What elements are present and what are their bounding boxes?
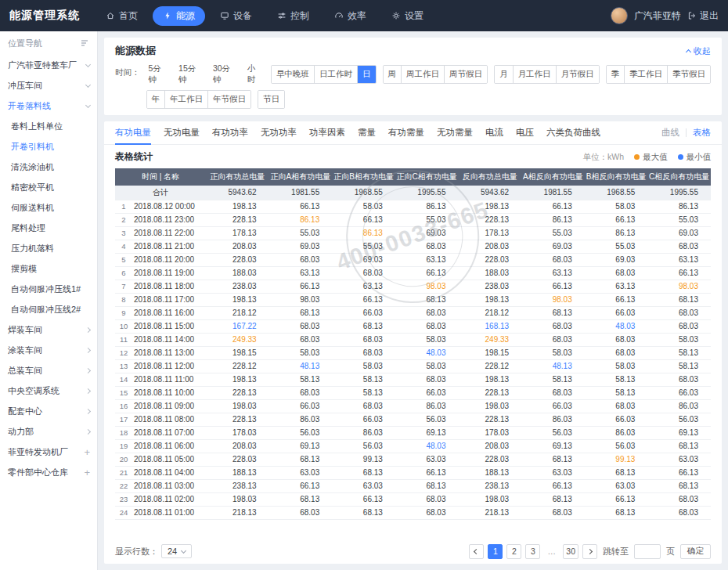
metric-tab[interactable]: 有功需量 xyxy=(388,121,424,144)
view-option-curve[interactable]: 曲线 xyxy=(661,127,679,139)
rows-per-page-select[interactable]: 24 xyxy=(161,544,192,558)
row-index: 14 xyxy=(115,373,132,386)
sidebar-item-label: 总装车间 xyxy=(8,365,42,377)
sidebar-item[interactable]: 菲亚特发动机厂+ xyxy=(0,442,97,462)
time-option[interactable]: 季 xyxy=(607,66,625,83)
table-header-row: 时间 | 名称正向有功总电量正向A相有功电量正向B相有功电量正向C相有功电量反向… xyxy=(115,168,711,186)
value-cell: 48.03 xyxy=(585,319,648,333)
time-option[interactable]: 早中晚班 xyxy=(272,66,314,83)
sidebar-item-label: 卷料上料单位 xyxy=(11,121,63,132)
nav-item-device[interactable]: 设备 xyxy=(210,6,262,26)
sidebar-item[interactable]: 焊装车间 xyxy=(0,319,97,340)
sidebar-item[interactable]: 开卷引料机 xyxy=(0,136,97,157)
tabs-bar: 有功电量无功电量有功功率无功功率功率因素需量有功需量无功需量电流电压六类负荷曲线… xyxy=(104,121,722,145)
nav-item-efficiency[interactable]: 效率 xyxy=(324,6,377,26)
sidebar-item[interactable]: 自动伺服冲压线1# xyxy=(0,279,97,299)
metric-tab[interactable]: 无功电量 xyxy=(164,121,200,144)
value-cell: 48.13 xyxy=(521,359,585,373)
sidebar-item[interactable]: 压力机落料 xyxy=(0,238,97,258)
value-cell: 86.13 xyxy=(521,213,585,226)
value-cell: 68.13 xyxy=(395,479,459,492)
next-page-button[interactable] xyxy=(582,544,597,559)
collapse-button[interactable]: 收起 xyxy=(687,45,711,57)
sidebar-item[interactable]: 清洗涂油机 xyxy=(0,157,97,177)
value-cell: 228.13 xyxy=(459,386,522,399)
time-option[interactable]: 30分钟 xyxy=(211,63,239,85)
sidebar-item[interactable]: 冲压车间 xyxy=(0,75,97,96)
row-time: 2018.08.11 06:00 xyxy=(132,439,206,453)
time-option[interactable]: 小时 xyxy=(245,63,265,85)
metric-tab[interactable]: 电压 xyxy=(516,121,534,144)
statistics-table: 时间 | 名称正向有功总电量正向A相有功电量正向B相有功电量正向C相有功电量反向… xyxy=(115,168,711,520)
value-cell: 68.13 xyxy=(647,293,711,306)
sidebar-item[interactable]: 涂装车间 xyxy=(0,340,97,360)
page-button[interactable]: 3 xyxy=(525,544,540,559)
time-option[interactable]: 周工作日 xyxy=(401,66,444,83)
row-time: 2018.08.11 03:00 xyxy=(132,479,206,492)
page-button[interactable]: 1 xyxy=(488,544,503,559)
sidebar-item[interactable]: 精密校平机 xyxy=(0,177,97,197)
time-option[interactable]: 日工作时 xyxy=(314,66,357,83)
nav-item-energy[interactable]: 能源 xyxy=(153,6,205,26)
table-row: 62018.08.11 19:00188.0363.1368.0366.1318… xyxy=(115,266,711,280)
value-cell: 58.03 xyxy=(647,333,711,346)
total-cell: 1968.55 xyxy=(332,186,395,200)
sidebar-item[interactable]: 配套中心 xyxy=(0,401,97,421)
value-cell: 249.33 xyxy=(459,333,522,346)
view-option-table[interactable]: 表格 xyxy=(693,127,711,139)
metric-tab[interactable]: 六类负荷曲线 xyxy=(546,121,600,144)
page-button[interactable]: 2 xyxy=(506,544,521,559)
sidebar-item[interactable]: 尾料处理 xyxy=(0,218,97,238)
sidebar-item[interactable]: 卷料上料单位 xyxy=(0,116,97,136)
metric-tab[interactable]: 无功需量 xyxy=(437,121,473,144)
tree-collapse-icon[interactable] xyxy=(80,38,89,48)
time-option[interactable]: 年工作日 xyxy=(164,91,207,108)
time-option[interactable]: 5分钟 xyxy=(146,63,171,85)
jump-page-input[interactable] xyxy=(634,544,661,559)
time-option[interactable]: 月工作日 xyxy=(513,66,556,83)
time-option[interactable]: 15分钟 xyxy=(176,63,204,85)
nav-item-settings[interactable]: 设置 xyxy=(381,6,434,26)
time-option[interactable]: 日 xyxy=(357,66,376,83)
sidebar-item[interactable]: 总装车间 xyxy=(0,360,97,381)
prev-page-button[interactable] xyxy=(469,544,484,559)
time-option[interactable]: 季节假日 xyxy=(667,66,710,83)
value-cell: 228.13 xyxy=(206,213,269,226)
metric-tabs: 有功电量无功电量有功功率无功功率功率因素需量有功需量无功需量电流电压六类负荷曲线 xyxy=(115,121,600,144)
time-option[interactable]: 周 xyxy=(384,66,402,83)
value-cell: 68.03 xyxy=(521,506,585,519)
nav-item-home[interactable]: 首页 xyxy=(96,6,148,26)
time-option[interactable]: 月节假日 xyxy=(556,66,599,83)
time-option[interactable]: 年节假日 xyxy=(207,91,250,108)
nav-item-control[interactable]: 控制 xyxy=(267,6,319,26)
sidebar-item[interactable]: 动力部 xyxy=(0,421,97,442)
sidebar-item-label: 清洗涂油机 xyxy=(11,161,54,173)
time-option[interactable]: 周节假日 xyxy=(444,66,487,83)
page-button[interactable]: 30 xyxy=(563,544,578,559)
confirm-button[interactable]: 确定 xyxy=(680,544,711,559)
avatar[interactable] xyxy=(611,7,628,24)
sidebar-item[interactable]: 零件部中心仓库+ xyxy=(0,462,97,482)
column-header: 正向B相有功电量 xyxy=(332,168,395,186)
time-option[interactable]: 月 xyxy=(495,66,513,83)
value-cell: 56.03 xyxy=(332,439,395,453)
metric-tab[interactable]: 无功功率 xyxy=(261,121,297,144)
column-header: C相反向有功电量 xyxy=(647,168,711,186)
metric-tab[interactable]: 需量 xyxy=(358,121,376,144)
metric-tab[interactable]: 电流 xyxy=(485,121,503,144)
sidebar-item[interactable]: 开卷落料线 xyxy=(0,96,97,116)
sidebar-item[interactable]: 自动伺服冲压线2# xyxy=(0,299,97,319)
value-cell: 98.03 xyxy=(269,293,333,306)
app-title: 能源管理系统 xyxy=(0,9,96,23)
metric-tab[interactable]: 有功电量 xyxy=(115,121,151,144)
sidebar-item[interactable]: 伺服送料机 xyxy=(0,197,97,218)
sidebar-item[interactable]: 广汽菲亚特整车厂 xyxy=(0,55,97,75)
logout-button[interactable]: 退出 xyxy=(687,9,719,23)
time-option[interactable]: 节日 xyxy=(258,91,284,108)
time-option[interactable]: 季工作日 xyxy=(624,66,667,83)
metric-tab[interactable]: 功率因素 xyxy=(309,121,345,144)
metric-tab[interactable]: 有功功率 xyxy=(212,121,248,144)
sidebar-item[interactable]: 摆剪模 xyxy=(0,258,97,279)
time-option[interactable]: 年 xyxy=(147,91,165,108)
sidebar-item[interactable]: 中央空调系统 xyxy=(0,381,97,401)
